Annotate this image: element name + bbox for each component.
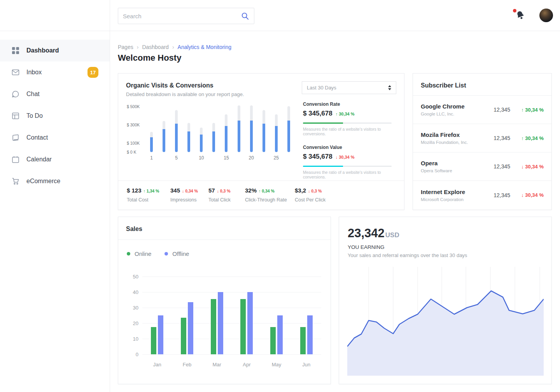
x-tick-label: [212, 155, 215, 161]
subscriber-delta: ↑ 30,34 %: [510, 135, 544, 141]
sidebar-item-chat[interactable]: Chat: [0, 83, 110, 105]
subscriber-rows: Google ChromeGoogle LLC, Inc.12,345↑ 30,…: [413, 96, 551, 209]
organic-chart-plot: [150, 105, 290, 152]
conversions-bar: [200, 135, 203, 152]
chat-icon: [12, 90, 19, 98]
delta-badge: ↓ 30,34 %: [336, 155, 355, 159]
metric-progress-fill: [303, 122, 343, 124]
legend-item-online: Online: [127, 250, 151, 257]
subscriber-delta: ↓ 30,34 %: [510, 164, 544, 170]
conversion-metric: Conversion Value$ 345,678↓ 30,34 %Measur…: [303, 145, 392, 179]
metric-label: Conversion Value: [303, 145, 392, 150]
x-tick-label: 15: [225, 155, 228, 161]
period-select[interactable]: Last 30 Days: [302, 81, 396, 94]
organic-chart-y-axis: $ 500K$ 300K$ 100K$ 0 K: [126, 105, 145, 152]
subscriber-row[interactable]: Google ChromeGoogle LLC, Inc.12,345↑ 30,…: [413, 96, 551, 124]
sidebar-item-label: Chat: [26, 91, 40, 98]
sidebar-item-label: Contact: [26, 134, 48, 141]
subscriber-name: Internet Explore: [421, 189, 488, 195]
sales-group-apr: [232, 276, 262, 354]
sidebar-item-label: To Do: [26, 112, 43, 119]
conversions-bar: [275, 126, 278, 152]
y-tick-label: $ 500K: [127, 104, 140, 109]
subscriber-row[interactable]: Internet ExploreMicrosoft Corporation12,…: [413, 181, 551, 209]
breadcrumb-item[interactable]: Dashboard: [142, 44, 169, 50]
search-input[interactable]: [118, 13, 241, 19]
notification-bell-icon[interactable]: [515, 10, 527, 22]
sidebar-item-label: Calendar: [26, 156, 52, 163]
conversions-bar: [150, 137, 153, 152]
breadcrumb: Pages›Dashboard›Analytics & Monitoring: [118, 44, 231, 50]
stat-label: Total Click: [208, 197, 245, 203]
sidebar-item-contact[interactable]: Contact: [0, 127, 110, 149]
organic-bar: [200, 105, 203, 152]
y-tick-label: 0: [123, 352, 138, 357]
sales-chart-x-axis: JanFebMarAprMayJun: [142, 362, 321, 368]
breadcrumb-separator: ›: [137, 44, 139, 50]
stat-total-cost: $ 123↑ 1,34 %Total Cost: [127, 187, 170, 203]
notification-dot: [513, 9, 516, 12]
earnings-area-chart: [347, 267, 544, 376]
y-tick-label: 30: [123, 305, 138, 311]
x-tick-label: 25: [275, 155, 278, 161]
sales-legend: OnlineOffline: [127, 250, 189, 257]
conversions-bar: [187, 131, 190, 152]
user-avatar[interactable]: [539, 9, 553, 22]
breadcrumb-item[interactable]: Pages: [118, 44, 133, 50]
metric-progress-bar: [303, 166, 392, 167]
sales-bar-groups: [142, 276, 321, 354]
y-tick-label: 50: [123, 274, 138, 280]
stat-cost-per-click: $3,2↓ 0,3 %Cost Per Click: [295, 187, 341, 203]
subscriber-row[interactable]: OperaOpera Software12,345↓ 30,34 %: [413, 152, 551, 181]
organic-bar: [275, 105, 278, 152]
stat-total-click: 57↓ 0,3 %Total Click: [208, 187, 245, 203]
sidebar: DashboardInbox17ChatTo DoContactCalendar…: [0, 0, 110, 392]
sidebar-item-ecommerce[interactable]: eCommerce: [0, 170, 110, 192]
subscriber-company: Opera Software: [421, 168, 488, 173]
x-tick-label: 20: [250, 155, 253, 161]
sales-group-feb: [172, 276, 202, 354]
subscriber-count: 12,345: [488, 135, 510, 141]
online-bar: [240, 299, 246, 354]
organic-bar: [225, 105, 228, 152]
organic-stats-row: $ 123↑ 1,34 %Total Cost345↓ 0,34 %Impres…: [127, 187, 341, 203]
subscriber-delta: ↓ 30,34 %: [510, 192, 544, 198]
x-tick-label: [187, 155, 190, 161]
offline-bar: [247, 292, 253, 354]
logo-area: [0, 0, 110, 31]
subscriber-row[interactable]: Mozila FirefoxMozilla Foundation, Inc.12…: [413, 124, 551, 152]
subscriber-list-title: Subscriber List: [421, 82, 544, 89]
contact-icon: [12, 134, 19, 142]
organic-bar: [250, 105, 253, 152]
delta-badge: ↑ 30,34 %: [336, 112, 355, 116]
earning-currency: USD: [385, 231, 399, 239]
stat-value: $ 123↑ 1,34 %: [127, 187, 170, 194]
app-root: DashboardInbox17ChatTo DoContactCalendar…: [0, 0, 560, 392]
subscriber-count: 12,345: [488, 163, 510, 170]
delta-badge: ↑ 1,34 %: [144, 189, 159, 193]
sidebar-item-calendar[interactable]: Calendar: [0, 149, 110, 170]
earnings-area-fill: [347, 291, 544, 376]
sidebar-item-label: eCommerce: [26, 178, 60, 185]
metric-caption: Measures the ratio of a website's visito…: [303, 170, 392, 179]
subscriber-info: Google ChromeGoogle LLC, Inc.: [421, 103, 488, 116]
sales-card-title: Sales: [126, 226, 323, 233]
metric-label: Conversion Rate: [303, 102, 392, 107]
conversions-bar: [250, 121, 253, 152]
breadcrumb-item[interactable]: Analytics & Monitoring: [178, 44, 232, 50]
offline-bar: [307, 315, 313, 354]
sales-card: Sales OnlineOffline 01020304050 JanFebMa…: [118, 217, 331, 384]
organic-bar-chart: $ 500K$ 300K$ 100K$ 0 K 1510152025: [126, 105, 297, 163]
search-icon[interactable]: [241, 12, 249, 20]
sidebar-item-dashboard[interactable]: Dashboard: [0, 40, 110, 61]
conversion-metrics: Conversion Rate$ 345,678↑ 30,34 %Measure…: [303, 102, 392, 188]
sidebar-item-to-do[interactable]: To Do: [0, 105, 110, 127]
mail-icon: [12, 68, 19, 76]
x-tick-label: May: [262, 362, 292, 368]
delta-badge: ↓ 0,3 %: [308, 189, 322, 193]
period-select-value: Last 30 Days: [307, 85, 388, 91]
sidebar-item-inbox[interactable]: Inbox17: [0, 61, 110, 83]
stat-label: Total Cost: [127, 197, 170, 203]
subscriber-name: Google Chrome: [421, 103, 488, 110]
sales-group-jun: [291, 276, 321, 354]
